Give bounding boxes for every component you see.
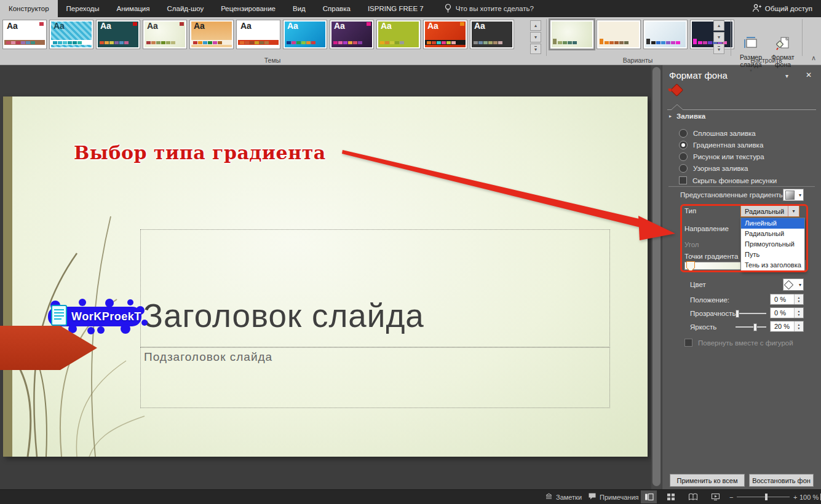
transparency-slider-thumb[interactable] (736, 310, 739, 318)
slide-sorter-view-button[interactable] (663, 490, 679, 503)
variant-thumbnail[interactable] (690, 20, 734, 49)
spinner-arrows-icon[interactable]: ▴▾ (794, 321, 803, 331)
theme-thumbnail[interactable]: Aa (376, 20, 421, 49)
reading-view-button[interactable] (685, 490, 701, 503)
fill-option[interactable]: Сплошная заливка (679, 127, 764, 139)
share-button[interactable]: Общий доступ (752, 0, 812, 17)
brightness-spinner[interactable]: 20 % ▴▾ (770, 321, 804, 332)
fill-section-header[interactable]: ▲ Заливка (668, 112, 705, 120)
theme-swatch (488, 41, 493, 44)
ribbon-tab[interactable]: Конструктор (0, 0, 58, 17)
comments-button[interactable]: Примечания (588, 490, 639, 504)
theme-swatch (390, 41, 394, 44)
spinner-arrows-icon[interactable]: ▴▾ (794, 308, 803, 318)
hide-background-option[interactable]: Скрыть фоновые рисунки (679, 175, 777, 186)
variant-thumbnail[interactable] (550, 20, 594, 49)
brightness-slider[interactable] (736, 326, 766, 328)
ribbon-tab[interactable]: Рецензирование (212, 0, 284, 17)
zoom-slider[interactable] (737, 497, 790, 497)
transparency-spinner[interactable]: 0 % ▴▾ (770, 307, 804, 318)
variant-thumbnail[interactable] (643, 20, 688, 49)
spinner-arrows-icon[interactable]: ▴▾ (794, 294, 803, 304)
theme-swatch (395, 41, 399, 44)
theme-thumbnail[interactable]: Aa (143, 20, 187, 49)
theme-swatch (385, 41, 389, 44)
ribbon-tab[interactable]: Слайд-шоу (159, 0, 213, 17)
direction-label: Направление (684, 225, 729, 232)
slideshow-view-button[interactable] (707, 490, 723, 503)
dropdown-arrow-icon: ▾ (799, 282, 801, 288)
theme-thumbnail[interactable]: Aa (470, 20, 514, 49)
format-background-button[interactable]: Формат фона (767, 36, 798, 72)
theme-swatch (333, 41, 338, 44)
dropdown-item[interactable]: Линейный (741, 218, 804, 229)
themes-more-button[interactable]: ▾ (530, 44, 541, 54)
ribbon-tab[interactable]: Переходы (58, 0, 108, 17)
ribbon-tab[interactable]: ISPRING FREE 7 (359, 0, 432, 17)
pane-menu-arrow-icon[interactable]: ▾ (785, 73, 788, 79)
theme-thumbnail[interactable]: Aa (49, 20, 93, 49)
variant-swatch (656, 41, 660, 44)
theme-thumbnail[interactable]: Aa (423, 20, 467, 49)
radio-button[interactable] (679, 141, 688, 149)
theme-thumbnail[interactable]: Aa (2, 20, 47, 49)
transparency-slider[interactable] (736, 313, 766, 314)
dropdown-item[interactable]: Радиальный (741, 229, 804, 239)
combobox-arrow-icon[interactable]: ▾ (788, 206, 799, 216)
slide-size-button[interactable]: Размер слайда ▾ (736, 36, 766, 72)
pane-close-icon[interactable]: ✕ (806, 71, 812, 79)
themes-scroll-down-button[interactable]: ▾ (530, 32, 541, 42)
tell-me-search[interactable]: Что вы хотите сделать? (445, 0, 534, 17)
theme-thumbnail[interactable]: Aa (189, 20, 234, 49)
dropdown-item[interactable]: Путь (741, 250, 804, 260)
ribbon-tab[interactable]: Вид (284, 0, 314, 17)
slide-title[interactable]: Заголовок слайда (143, 297, 424, 334)
apply-to-all-button[interactable]: Применить ко всем (670, 474, 745, 487)
zoom-slider-thumb[interactable] (765, 494, 767, 500)
status-bar: Заметки Примечания − + 100 % (0, 489, 821, 504)
slide-subtitle[interactable]: Подзаголовок слайда (144, 350, 272, 364)
variants-scroll-down-button[interactable]: ▾ (713, 32, 724, 42)
variant-thumbnail[interactable] (597, 20, 641, 49)
theme-thumbnail[interactable]: Aa (283, 20, 327, 49)
zoom-level[interactable]: 100 % (799, 490, 819, 504)
reset-background-button[interactable]: Восстановить фон (749, 474, 814, 487)
brightness-slider-thumb[interactable] (753, 323, 757, 331)
dropdown-item[interactable]: Тень из заголовка (741, 260, 804, 270)
fill-option[interactable]: Градиентная заливка (679, 139, 764, 151)
normal-view-button[interactable] (641, 490, 657, 503)
theme-thumbnail[interactable]: Aa (330, 20, 374, 49)
gradient-stop-selected[interactable] (686, 261, 695, 272)
radio-button[interactable] (679, 129, 688, 138)
canvas-scrollbar[interactable] (651, 65, 662, 490)
theme-preview: Aa (425, 22, 466, 47)
zoom-in-button[interactable]: + (793, 490, 797, 504)
radio-button[interactable] (679, 164, 688, 173)
notes-button[interactable]: Заметки (545, 490, 582, 504)
zoom-out-button[interactable]: − (729, 490, 733, 504)
fill-option[interactable]: Узорная заливка (679, 162, 764, 174)
ribbon-tab[interactable]: Анимация (108, 0, 159, 17)
preset-gradients-button[interactable]: ▾ (783, 189, 804, 201)
theme-swatches (146, 41, 175, 44)
theme-thumbnail[interactable]: Aa (96, 20, 140, 49)
gradient-type-combobox[interactable]: Радиальный ▾ (740, 205, 799, 217)
theme-thumbnail[interactable]: Aa (236, 20, 280, 49)
variants-scroll-up-button[interactable]: ▴ (713, 20, 724, 31)
themes-scroll-up-button[interactable]: ▴ (530, 20, 541, 31)
collapse-ribbon-button[interactable]: ∧ (811, 54, 816, 62)
checkbox[interactable] (679, 176, 687, 184)
canvas-scrollbar-thumb[interactable] (652, 67, 660, 486)
variants-more-button[interactable]: ▾ (713, 44, 724, 54)
fill-tab-icon[interactable] (672, 85, 681, 95)
dropdown-item[interactable]: Прямоугольный (741, 239, 804, 250)
radio-button[interactable] (679, 152, 688, 161)
position-spinner[interactable]: 0 % ▴▾ (770, 294, 804, 305)
powerpoint-window: Конструктор Переходы Анимация Слайд-шоу … (0, 0, 821, 504)
watermark-document-icon (52, 305, 66, 325)
fill-option[interactable]: Рисунок или текстура (679, 151, 764, 162)
fit-to-window-button[interactable] (817, 490, 821, 503)
gradient-color-button[interactable]: ▾ (783, 278, 804, 291)
theme-accent (320, 22, 324, 26)
ribbon-tab[interactable]: Справка (314, 0, 359, 17)
